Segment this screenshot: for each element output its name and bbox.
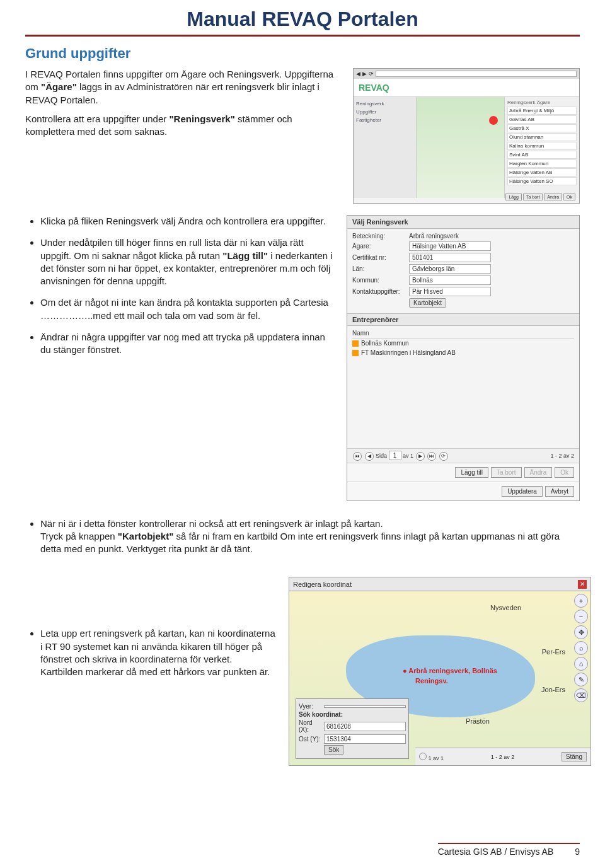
list-row: Gästrå X	[507, 124, 577, 132]
section-heading: Grund uppgifter	[25, 45, 580, 62]
bullet-2: Under nedåtpilen till höger finns en rul…	[40, 236, 335, 287]
intro-2b: "Reningsverk"	[169, 113, 234, 124]
cell: Bollnäs Kommun	[361, 340, 409, 347]
btn: Ändra	[544, 194, 562, 200]
btn-avbryt: Avbryt	[545, 486, 574, 497]
val-kontakt: Pär Hisved	[409, 287, 491, 296]
map-label: Per-Ers	[542, 648, 565, 656]
b2b: "Lägg till"	[222, 250, 268, 261]
zoom-out-icon: −	[574, 610, 588, 623]
table-row: Bollnäs Kommun	[352, 339, 574, 348]
map-footer: 1 av 1 1 - 2 av 2 Stäng	[415, 748, 591, 765]
list-row: Svint AB	[507, 151, 577, 159]
folder-icon	[352, 340, 359, 347]
lbl-kommun: Kommun:	[352, 277, 409, 284]
bullet-1: Klicka på fliken Reningsverk välj Ändra …	[40, 215, 335, 228]
bullet-6: Leta upp ert reningsverk på kartan, kan …	[40, 627, 277, 678]
bullet-4: Ändrar ni några uppgifter var nog med at…	[40, 331, 335, 357]
lbl-lan: Län:	[352, 265, 409, 272]
binoculars-icon: ⌕	[574, 641, 588, 655]
page-label: Sida	[376, 453, 387, 459]
folder-icon	[352, 350, 359, 356]
val-kommun: Bollnäs	[409, 275, 491, 285]
btn-ok: Ok	[555, 467, 574, 478]
list-row: Kalina kommun	[507, 142, 577, 150]
page-input: 1	[389, 451, 401, 460]
last-icon: ⏭	[427, 452, 436, 461]
map-tools: + − ✥ ⌕ ⌂ ✎ ⌫	[574, 594, 588, 702]
page-of: av 1	[403, 453, 413, 459]
page-number: 9	[575, 847, 580, 857]
btn-ta-bort: Ta bort	[491, 467, 522, 478]
sidebar: Reningsverk Uppgifter Fastigheter	[354, 97, 417, 198]
next-icon: ▶	[416, 452, 425, 461]
lbl-ost: Ost (Y):	[299, 736, 321, 743]
zoom-in-icon: +	[574, 594, 588, 608]
btn-uppdatera: Uppdatera	[502, 486, 543, 497]
footer-count: 1 - 2 av 2	[491, 754, 515, 760]
screenshot-map-editor: Redigera koordinat ✕ Nysveden Per-Ers Jo…	[289, 577, 591, 766]
home-icon: ⌂	[574, 657, 588, 671]
btn-andra: Ändra	[524, 467, 553, 478]
sok-koordinat-hdr: Sök koordinat:	[299, 711, 406, 718]
marker-text: Arbrå reningsverk, Bollnäs	[408, 667, 497, 674]
prev-icon: ◀	[365, 452, 374, 461]
footer-av: 1 av 1	[429, 755, 444, 761]
list-row: Ölund stamnan	[507, 133, 577, 141]
b5-line1: När ni är i detta fönster kontrollerar n…	[40, 518, 383, 529]
pager: ⏮ ◀ Sida 1 av 1 ▶ ⏭ ⟳ 1 - 2 av 2	[347, 448, 579, 463]
lbl-kontakt: Kontaktuppgifter:	[352, 288, 409, 295]
button-row: Lägg Ta bort Ändra Ok	[505, 194, 575, 200]
refresh-icon: ⟳	[439, 452, 448, 461]
lbl-agare: Ägare:	[352, 243, 409, 250]
btn-stang: Stäng	[562, 752, 587, 761]
map-label: Reningsv.	[415, 677, 448, 685]
map-label: Jon-Ers	[541, 686, 565, 693]
button-bar: Lägg till Ta bort Ändra Ok	[347, 463, 579, 482]
intro-paragraph: I REVAQ Portalen finns uppgifter om Ägar…	[25, 68, 342, 107]
button-bar-2: Uppdatera Avbryt	[347, 482, 579, 501]
erase-icon: ⌫	[574, 688, 588, 702]
close-icon: ✕	[578, 580, 587, 589]
btn-sok: Sök	[324, 745, 343, 755]
page-count: 1 - 2 av 2	[550, 453, 574, 459]
owner-panel: Reningsverk Ägare Arbrå Energi & Miljö G…	[505, 97, 579, 198]
list-row: Arbrå Energi & Miljö	[507, 107, 577, 115]
dialog-title: Välj Reningsverk	[347, 216, 579, 229]
map-label: Nysveden	[490, 604, 521, 611]
btn: Ok	[563, 194, 575, 200]
bullet-5: När ni är i detta fönster kontrollerar n…	[40, 518, 580, 556]
val-nord: 6816208	[324, 722, 406, 731]
val-ost: 1531304	[324, 734, 406, 744]
coord-panel: Vyer: Sök koordinat: Nord (X):6816208 Os…	[296, 698, 409, 759]
map-dialog-title: Redigera koordinat	[293, 581, 352, 588]
val-agare: Hälsinge Vatten AB	[409, 241, 491, 251]
mini-map	[417, 97, 505, 198]
subheader-entreprenorer: Entreprenörer	[347, 313, 579, 326]
sidebar-item: Fastigheter	[356, 116, 413, 124]
val-cert: 501401	[409, 253, 491, 262]
pan-icon: ✥	[574, 625, 588, 639]
btn: Ta bort	[523, 194, 543, 200]
draw-icon: ✎	[574, 673, 588, 686]
footer-org: Cartesia GIS AB / Envisys AB	[438, 847, 554, 857]
table-row: FT Maskinringen i Hälsingland AB	[352, 348, 574, 357]
screenshot-valj-reningsverk: Välj Reningsverk Beteckning:Arbrå rening…	[347, 215, 580, 501]
lbl-vyer: Vyer:	[299, 703, 321, 710]
lbl-nord: Nord (X):	[299, 719, 321, 733]
cell: FT Maskinringen i Hälsingland AB	[361, 349, 456, 356]
panel-header: Reningsverk Ägare	[507, 100, 577, 105]
btn-lagg-till: Lägg till	[455, 467, 488, 478]
map-label: Prästön	[466, 717, 490, 725]
bullet-3: Om det är något ni inte kan ändra på kon…	[40, 296, 335, 322]
b5b1: Tryck på knappen	[40, 531, 118, 541]
revaq-logo: REVAQ	[354, 79, 579, 97]
map-marker-label: ● Arbrå reningsverk, Bollnäs	[403, 667, 497, 674]
sidebar-item: Uppgifter	[356, 108, 413, 116]
lbl-beteckning: Beteckning:	[352, 233, 409, 240]
val-lan: Gävleborgs län	[409, 264, 491, 274]
list-row: Harglen Kommun	[507, 159, 577, 168]
b5b2: "Kartobjekt"	[118, 531, 173, 541]
btn-kartobjekt: Kartobjekt	[409, 298, 446, 308]
val-beteckning: Arbrå reningsverk	[409, 233, 574, 240]
